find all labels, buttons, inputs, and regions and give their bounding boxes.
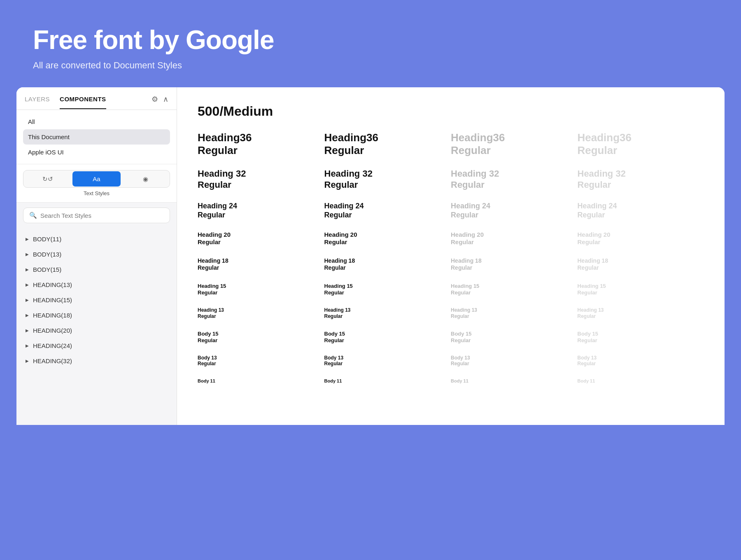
type-sample: Body 15Regular (324, 331, 451, 343)
group-label: BODY(15) (33, 266, 61, 273)
sample-heading18: Heading 18Regular (198, 257, 324, 271)
type-sample: Body 15Regular (198, 331, 324, 343)
sample-heading15: Heading 15Regular (451, 283, 578, 296)
sample-heading13: Heading 13Regular (198, 307, 324, 319)
hero-title: Free font by Google (33, 25, 708, 55)
list-item-all[interactable]: All (23, 114, 170, 129)
type-col-3: Heading36Regular Heading 32Regular Headi… (451, 131, 578, 384)
type-sample: Heading 24Regular (578, 202, 704, 219)
list-item-this-document[interactable]: This Document (23, 129, 170, 145)
triangle-icon: ▶ (26, 298, 29, 302)
sample-body13: Body 13Regular (198, 355, 324, 367)
sample-heading20: Heading 20Regular (578, 231, 704, 246)
style-btn-symbol[interactable]: ↻↺ (23, 170, 72, 187)
sample-heading24: Heading 24Regular (578, 202, 704, 219)
type-sample: Body 13Regular (578, 355, 704, 367)
sample-body15: Body 15Regular (198, 331, 324, 343)
sample-heading32: Heading 32Regular (198, 168, 324, 190)
gear-icon[interactable]: ⚙ (151, 95, 158, 104)
group-heading-20[interactable]: ▶ HEADING(20) (16, 323, 177, 338)
type-grid: Heading36Regular Heading 32Regular Headi… (198, 131, 704, 384)
sample-body11: Body 11 (324, 378, 451, 384)
triangle-icon: ▶ (26, 252, 29, 257)
style-switcher-label: Text Styles (23, 190, 170, 199)
sample-heading32: Heading 32Regular (324, 168, 451, 190)
chevron-icon[interactable]: ∧ (163, 95, 168, 104)
group-heading-13[interactable]: ▶ HEADING(13) (16, 277, 177, 292)
type-sample: Heading 15Regular (324, 283, 451, 296)
sample-body13: Body 13Regular (324, 355, 451, 367)
type-sample: Heading 15Regular (451, 283, 578, 296)
sample-heading36: Heading36Regular (451, 131, 578, 157)
style-switcher-inner: ↻↺ Aa ◉ (23, 170, 170, 188)
type-sample: Heading 13Regular (324, 307, 451, 319)
group-label: HEADING(18) (33, 312, 72, 319)
search-input[interactable] (40, 212, 164, 219)
type-sample: Heading36Regular (451, 131, 578, 157)
group-body-11[interactable]: ▶ BODY(11) (16, 231, 177, 247)
sidebar-tabs: LAYERS COMPONENTS ⚙ ∧ (16, 87, 177, 110)
type-sample: Heading 13Regular (451, 307, 578, 319)
group-body-15[interactable]: ▶ BODY(15) (16, 262, 177, 277)
type-sample: Heading 24Regular (451, 202, 578, 219)
type-sample: Heading 13Regular (578, 307, 704, 319)
type-sample: Body 11 (324, 378, 451, 384)
sample-heading15: Heading 15Regular (324, 283, 451, 296)
type-sample: Body 13Regular (451, 355, 578, 367)
hero-section: Free font by Google All are converted to… (0, 0, 741, 87)
sample-heading20: Heading 20Regular (451, 231, 578, 246)
sample-heading24: Heading 24Regular (324, 202, 451, 219)
main-card: LAYERS COMPONENTS ⚙ ∧ All This Document … (16, 87, 725, 425)
type-sample: Heading 18Regular (451, 257, 578, 271)
type-sample: Heading 18Regular (324, 257, 451, 271)
style-groups: ▶ BODY(11) ▶ BODY(13) ▶ BODY(15) ▶ HEADI… (16, 228, 177, 425)
type-col-4: Heading36Regular Heading 32Regular Headi… (578, 131, 704, 384)
triangle-icon: ▶ (26, 359, 29, 363)
type-sample: Heading 18Regular (198, 257, 324, 271)
group-heading-24[interactable]: ▶ HEADING(24) (16, 338, 177, 353)
type-sample: Heading36Regular (324, 131, 451, 157)
triangle-icon: ▶ (26, 328, 29, 333)
list-item-apple-ios[interactable]: Apple iOS UI (23, 145, 170, 160)
type-sample: Heading 20Regular (578, 231, 704, 246)
style-btn-color[interactable]: ◉ (121, 170, 170, 187)
group-label: BODY(11) (33, 236, 61, 243)
type-sample: Heading 18Regular (578, 257, 704, 271)
type-sample: Heading 32Regular (578, 168, 704, 190)
group-label: HEADING(15) (33, 296, 72, 303)
group-heading-15[interactable]: ▶ HEADING(15) (16, 292, 177, 308)
sample-heading18: Heading 18Regular (578, 257, 704, 271)
group-label: BODY(13) (33, 251, 61, 258)
triangle-icon: ▶ (26, 313, 29, 317)
group-label: HEADING(24) (33, 342, 72, 349)
main-content: 500/Medium Heading36Regular Heading 32Re… (177, 87, 725, 425)
sidebar: LAYERS COMPONENTS ⚙ ∧ All This Document … (16, 87, 177, 425)
sidebar-list-section: All This Document Apple iOS UI (16, 110, 177, 164)
group-heading-32[interactable]: ▶ HEADING(32) (16, 353, 177, 369)
tab-layers[interactable]: LAYERS (25, 96, 50, 109)
type-col-1: Heading36Regular Heading 32Regular Headi… (198, 131, 324, 384)
type-sample: Heading 15Regular (198, 283, 324, 296)
sample-body11: Body 11 (198, 378, 324, 384)
sample-heading20: Heading 20Regular (324, 231, 451, 246)
group-heading-18[interactable]: ▶ HEADING(18) (16, 308, 177, 323)
type-sample: Heading 20Regular (198, 231, 324, 246)
type-sample: Heading36Regular (198, 131, 324, 157)
sample-heading32: Heading 32Regular (451, 168, 578, 190)
sample-heading36: Heading36Regular (324, 131, 451, 157)
sample-body15: Body 15Regular (324, 331, 451, 343)
tabs-right: ⚙ ∧ (151, 95, 168, 110)
sample-heading15: Heading 15Regular (198, 283, 324, 296)
sample-heading32: Heading 32Regular (578, 168, 704, 190)
group-body-13[interactable]: ▶ BODY(13) (16, 247, 177, 262)
type-sample: Heading36Regular (578, 131, 704, 157)
type-sample: Heading 32Regular (451, 168, 578, 190)
sample-heading24: Heading 24Regular (451, 202, 578, 219)
type-sample: Heading 20Regular (324, 231, 451, 246)
group-label: HEADING(20) (33, 327, 72, 334)
sample-body13: Body 13Regular (451, 355, 578, 367)
style-btn-text[interactable]: Aa (72, 171, 121, 187)
sample-body11: Body 11 (578, 378, 704, 384)
type-sample: Body 11 (578, 378, 704, 384)
tab-components[interactable]: COMPONENTS (60, 96, 106, 109)
